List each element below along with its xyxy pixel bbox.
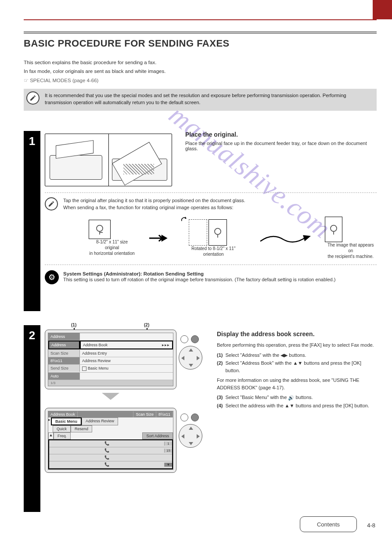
original-horizontal-icon <box>89 220 111 239</box>
pencil-note-icon <box>45 197 58 210</box>
svg-point-5 <box>331 225 337 232</box>
step-2-number: 2 <box>24 325 40 512</box>
dashed-divider <box>45 265 377 265</box>
step-1-number: 1 <box>24 131 40 311</box>
control-pad <box>179 335 205 370</box>
svg-point-3 <box>215 228 221 234</box>
tab-resend[interactable]: Resend <box>71 425 92 432</box>
ok-button[interactable] <box>191 414 199 421</box>
header-rule <box>24 19 377 20</box>
top-note: It is recommended that you use the speci… <box>24 89 377 111</box>
page-heading: BASIC PROCEDURE FOR SENDING FAXES <box>24 32 377 49</box>
step-2: 2 (1) (2) Address AddressAddress Book▸▸▸… <box>24 325 377 512</box>
page: manualshive.com BASIC PROCEDURE FOR SEND… <box>0 0 392 555</box>
dashed-divider <box>45 192 377 193</box>
rotated-vertical-icon <box>209 219 227 246</box>
section-tab <box>373 0 392 19</box>
svg-point-0 <box>97 225 103 232</box>
printer-illustration <box>45 134 172 186</box>
pencil-note-icon <box>26 91 40 105</box>
arrow-right-icon <box>148 234 168 243</box>
gear-icon: ⚙ <box>45 270 59 284</box>
step-1: 1 Place the original. Place the original… <box>24 131 377 311</box>
received-image-icon <box>325 217 342 242</box>
step-1-title: Place the original. <box>185 131 377 138</box>
tab-basic-menu[interactable]: Basic Menu <box>51 417 82 425</box>
tab-address-review[interactable]: Address Review <box>82 417 118 425</box>
step-2-instructions: Display the address book screen. Before … <box>217 330 377 410</box>
rotate-arrow-icon <box>181 216 187 222</box>
fax-send-arrow-icon <box>259 231 312 246</box>
d-pad[interactable] <box>179 424 202 448</box>
page-title: BASIC PROCEDURE FOR SENDING FAXES <box>24 38 377 49</box>
step-1-note: Tap the original after placing it so tha… <box>45 197 377 212</box>
control-pad <box>179 414 205 448</box>
d-pad[interactable] <box>179 346 202 370</box>
round-button[interactable] <box>180 335 188 343</box>
display-panel-1: Address AddressAddress Book▸▸▸ Scan Size… <box>45 330 176 389</box>
page-number: 4-8 <box>367 522 375 529</box>
system-settings-note: ⚙ System Settings (Administrator): Rotat… <box>45 271 377 283</box>
round-button[interactable] <box>180 414 188 421</box>
ok-button[interactable] <box>191 335 199 343</box>
speaker-icon: 🔊 <box>288 394 294 402</box>
display-panel-2: Address Book Scan Size 8½x11 ▸ Basic Men… <box>45 408 176 473</box>
contents-button[interactable]: Contents <box>300 516 357 532</box>
rotation-diagram: 8-1/2" x 11" size originalin horizontal … <box>89 217 377 259</box>
chevron-down-icon <box>45 392 176 403</box>
intro-text: This section explains the basic procedur… <box>24 59 372 86</box>
